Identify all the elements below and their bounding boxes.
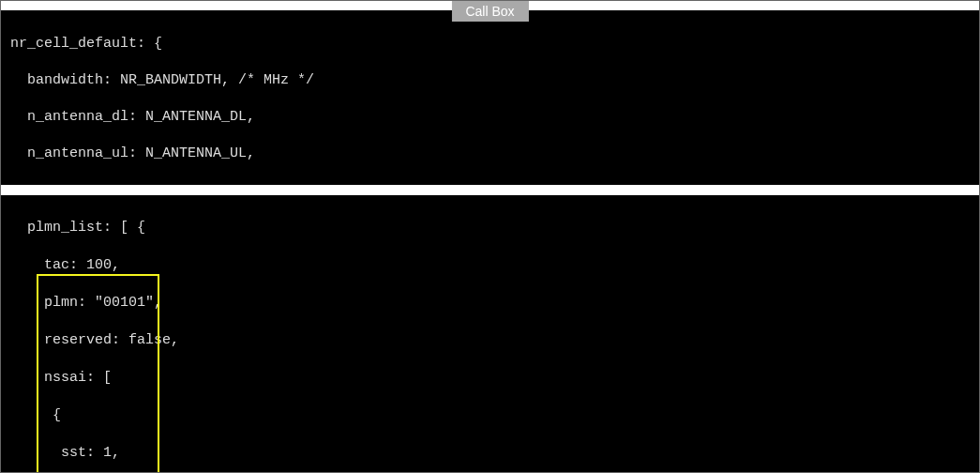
- code-line: plmn_list: [ {: [10, 219, 970, 237]
- code-line: nr_cell_default: {: [10, 35, 970, 53]
- call-box-tab: Call Box: [451, 1, 528, 22]
- code-line: n_antenna_dl: N_ANTENNA_DL,: [10, 108, 970, 127]
- code-line: {: [10, 406, 970, 425]
- code-line: tac: 100,: [10, 256, 970, 275]
- code-block-upper: nr_cell_default: { bandwidth: NR_BANDWID…: [1, 10, 979, 185]
- code-line: bandwidth: NR_BANDWIDTH, /* MHz */: [10, 71, 970, 90]
- code-line: nssai: [: [10, 369, 970, 388]
- code-line: n_antenna_ul: N_ANTENNA_UL,: [10, 145, 970, 163]
- code-line: sst: 1,: [10, 444, 970, 463]
- code-line: plmn: "00101",: [10, 294, 970, 313]
- mid-divider: [1, 185, 979, 195]
- code-block-lower: plmn_list: [ { tac: 100, plmn: "00101", …: [1, 195, 979, 474]
- code-line: reserved: false,: [10, 331, 970, 350]
